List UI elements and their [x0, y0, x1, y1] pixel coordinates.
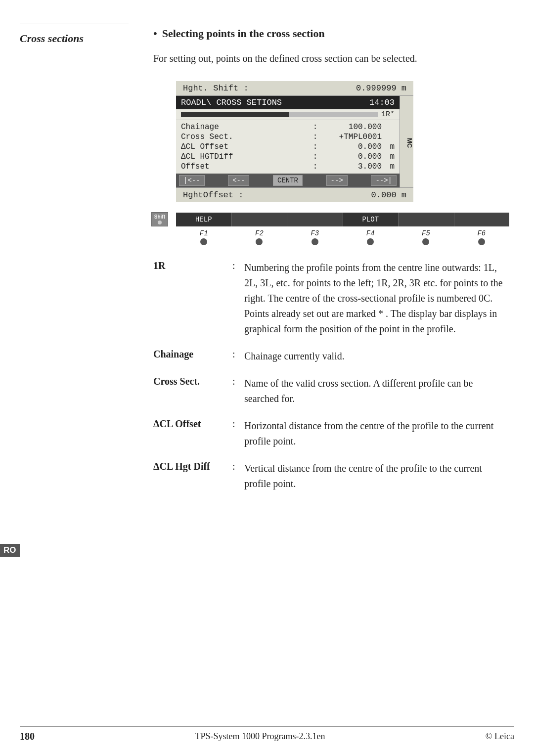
desc-colon-1r: :: [232, 260, 244, 271]
footer: 180 TPS-System 1000 Programs-2.3.1en © L…: [20, 726, 514, 742]
fkey-f4[interactable]: F4: [343, 229, 398, 245]
nav-btn-far-left[interactable]: |<--: [179, 175, 205, 186]
func-btn-f3: [287, 213, 343, 226]
func-btn-plot[interactable]: PLOT: [343, 213, 399, 226]
screen-header: ROADL\ CROSS SETIONS 14:03: [176, 96, 400, 109]
main-content: Selecting points in the cross section Fo…: [153, 27, 509, 503]
field-offset: Offset : 3.000 m: [181, 162, 395, 172]
ro-badge: RO: [0, 544, 20, 557]
progress-bar-outer: [181, 112, 378, 117]
f3-circle[interactable]: [312, 238, 318, 245]
mc-sidebar: MC: [400, 96, 413, 187]
fkey-f6[interactable]: F6: [454, 229, 509, 245]
section-title: Selecting points in the cross section: [153, 27, 509, 40]
func-bar: HELP PLOT: [176, 213, 509, 226]
desc-def-cross-sect: Name of the valid cross section. A diffe…: [244, 376, 509, 406]
field-cl-offset: ΔCL Offset : 0.000 m: [181, 142, 395, 152]
desc-colon-cl-hgt-diff: :: [232, 461, 244, 472]
header-title: ROADL\ CROSS SETIONS: [181, 98, 282, 107]
fkey-f2[interactable]: F2: [231, 229, 287, 245]
header-time: 14:03: [369, 98, 395, 107]
footer-right: © Leica: [486, 731, 514, 742]
intro-paragraph: For setting out, points on the defined c…: [153, 51, 509, 66]
nav-row: |<-- <-- CENTR --> -->|: [176, 174, 400, 187]
desc-term-cross-sect: Cross Sect.: [153, 376, 232, 387]
top-rule: [20, 24, 129, 24]
hghtoffset-label: HghtOffset :: [183, 190, 243, 200]
progress-row: 1R*: [176, 109, 400, 120]
hght-shift-row: Hght. Shift : 0.999999 m: [176, 81, 413, 96]
f2-circle[interactable]: [256, 238, 263, 245]
desc-term-chainage: Chainage: [153, 349, 232, 360]
field-cross-sect: Cross Sect. : +TMPL0001: [181, 132, 395, 142]
hghtoffset-value: 0.000 m: [371, 190, 406, 200]
screen-wrapper: ROADL\ CROSS SETIONS 14:03 1R* Chainage: [176, 96, 413, 187]
field-chainage: Chainage : 100.000: [181, 122, 395, 132]
field-cl-hgtdiff: ΔCL HGTDiff : 0.000 m: [181, 152, 395, 162]
data-rows: Chainage : 100.000 Cross Sect. : +TMPL00…: [176, 120, 400, 174]
fkey-f5[interactable]: F5: [398, 229, 453, 245]
desc-row-cross-sect: Cross Sect. : Name of the valid cross se…: [153, 376, 509, 406]
desc-term-1r: 1R: [153, 260, 232, 271]
desc-row-chainage: Chainage : Chainage currently valid.: [153, 349, 509, 364]
desc-def-cl-offset: Horizontal distance from the centre of t…: [244, 418, 509, 449]
shift-key[interactable]: Shift: [151, 212, 168, 226]
desc-row-cl-hgt-diff: ΔCL Hgt Diff : Vertical distance from th…: [153, 461, 509, 491]
nav-btn-center[interactable]: CENTR: [273, 175, 303, 186]
sidebar-label: Cross sections: [20, 32, 84, 45]
hght-shift-value: 0.999999 m: [356, 84, 406, 93]
hght-shift-label: Hght. Shift :: [183, 84, 249, 93]
footer-center: TPS-System 1000 Programs-2.3.1en: [195, 731, 325, 742]
desc-colon-chainage: :: [232, 349, 244, 360]
desc-row-1r: 1R : Numbering the profile points from t…: [153, 260, 509, 337]
desc-def-1r: Numbering the profile points from the ce…: [244, 260, 509, 337]
desc-row-cl-offset: ΔCL Offset : Horizontal distance from th…: [153, 418, 509, 449]
func-btn-f6: [454, 213, 510, 226]
hghtoffset-row: HghtOffset : 0.000 m: [176, 187, 413, 202]
desc-def-cl-hgt-diff: Vertical distance from the centre of the…: [244, 461, 509, 491]
func-btn-f5: [399, 213, 454, 226]
func-btn-f2: [232, 213, 288, 226]
fkey-row: F1 F2 F3 F4 F5 F6: [153, 229, 509, 245]
desc-colon-cl-offset: :: [232, 418, 244, 430]
f1-circle[interactable]: [200, 238, 207, 245]
fkey-f3[interactable]: F3: [287, 229, 343, 245]
desc-colon-cross-sect: :: [232, 376, 244, 387]
nav-btn-right[interactable]: -->: [326, 175, 348, 186]
desc-def-chainage: Chainage currently valid.: [244, 349, 509, 364]
f4-circle[interactable]: [367, 238, 374, 245]
shift-dot: [158, 221, 162, 224]
f6-circle[interactable]: [478, 238, 485, 245]
screen-main: ROADL\ CROSS SETIONS 14:03 1R* Chainage: [176, 96, 400, 187]
desc-term-cl-offset: ΔCL Offset: [153, 418, 232, 430]
f5-circle[interactable]: [422, 238, 429, 245]
func-btn-help[interactable]: HELP: [176, 213, 232, 226]
progress-bar-inner: [181, 112, 289, 117]
fkey-f1[interactable]: F1: [176, 229, 231, 245]
nav-btn-left[interactable]: <--: [228, 175, 249, 186]
footer-page: 180: [20, 731, 35, 742]
desc-term-cl-hgt-diff: ΔCL Hgt Diff: [153, 461, 232, 472]
progress-label: 1R*: [381, 110, 395, 119]
desc-table: 1R : Numbering the profile points from t…: [153, 260, 509, 491]
nav-btn-far-right[interactable]: -->|: [371, 175, 397, 186]
device-screen: Hght. Shift : 0.999999 m ROADL\ CROSS SE…: [176, 81, 413, 202]
